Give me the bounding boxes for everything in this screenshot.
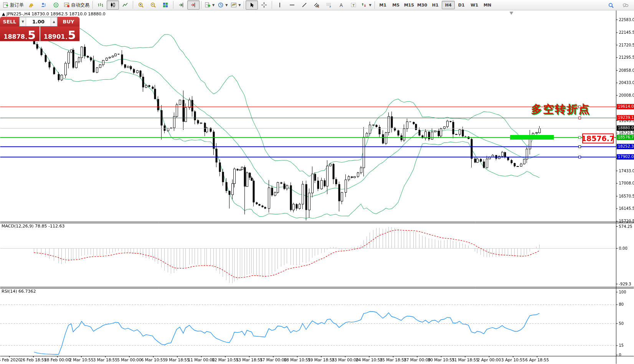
volume-decrease-button[interactable]: ▼ [20, 17, 26, 26]
template-icon [231, 2, 237, 8]
timeframe-m15[interactable]: M15 [403, 1, 416, 9]
candlestick-chart-button[interactable] [107, 0, 119, 10]
symbol-header: ▲ JPN225-,H4 18730.0 18962.5 18710.0 188… [2, 12, 106, 16]
macd-values: 78.85 -112.63 [35, 224, 64, 229]
highlight-rectangle[interactable] [510, 135, 554, 140]
new-order-label: 新订单 [10, 2, 24, 8]
periods-button[interactable]: ▼ [216, 0, 229, 10]
fibonacci-icon: F [326, 2, 332, 8]
dropdown-arrow-icon: ▼ [238, 3, 241, 7]
price-axis-tag: 18252.3 [617, 144, 634, 149]
svg-text:E: E [318, 5, 319, 8]
timeframe-m5[interactable]: M5 [390, 1, 403, 9]
search-icon [608, 2, 614, 8]
autotrade-button[interactable]: 自动交易 [62, 0, 91, 10]
auto-scroll-icon [178, 2, 184, 8]
gold-ingot-icon [28, 2, 35, 8]
label-button[interactable]: T [347, 0, 360, 10]
rsi-pane-label: RSI(14) 66.7362 [2, 289, 36, 294]
signals-button[interactable] [50, 0, 62, 10]
price-axis-tag: 19614.0 [617, 104, 634, 109]
indicators-icon [205, 2, 211, 8]
annotation-text[interactable]: 多空转折点 [531, 102, 591, 117]
buy-button[interactable]: BUY [58, 17, 79, 26]
clock-icon [218, 2, 224, 8]
mt4-chart-window: 新订单 自动交易 ▼ ▼ ▼ E F A T ▼ [0, 0, 634, 364]
tile-windows-icon [162, 2, 168, 8]
new-order-icon [3, 2, 9, 8]
chart-shift-icon [190, 2, 196, 8]
zoom-out-icon [150, 2, 156, 8]
search-button[interactable] [605, 1, 617, 10]
timeframe-h4[interactable]: H4 [442, 1, 455, 9]
macd-pane-label: MACD(12,26,9) 78.85 -112.63 [2, 224, 65, 229]
timeframe-m1[interactable]: M1 [376, 1, 390, 9]
toolbar-separator [92, 1, 93, 9]
bar-chart-icon [97, 2, 104, 8]
toolbar-separator [244, 1, 244, 9]
timeframe-m30[interactable]: M30 [416, 1, 429, 9]
horizontal-line-button[interactable] [286, 0, 298, 10]
gold-button[interactable] [25, 0, 38, 10]
channel-button[interactable]: E [310, 0, 323, 10]
volume-increase-button[interactable]: ▲ [51, 17, 57, 26]
timeframe-mn[interactable]: MN [481, 1, 494, 9]
toolbar-separator [272, 1, 272, 9]
timeframe-d1[interactable]: D1 [455, 1, 468, 9]
person-chart-icon [41, 2, 47, 8]
auto-scroll-button[interactable] [175, 0, 187, 10]
vertical-line-button[interactable] [274, 0, 286, 10]
candlestick-chart-icon [110, 2, 116, 8]
price-callout[interactable]: 18576.7 [582, 133, 614, 143]
indicators-button[interactable]: ▼ [203, 0, 216, 10]
arrows-icon [361, 2, 367, 8]
text-button[interactable]: A [335, 0, 347, 10]
timeframe-h1[interactable]: H1 [429, 1, 442, 9]
line-chart-button[interactable] [119, 0, 131, 10]
one-click-trading-panel: SELL ▼ 1.00 ▲ BUY 18878.5 18901.5 [0, 17, 79, 41]
new-order-button[interactable]: 新订单 [1, 0, 25, 10]
timeframe-group: M1M5M15M30H1H4D1W1MN [376, 1, 494, 9]
buy-price[interactable]: 18901.5 [40, 26, 80, 41]
line-chart-icon [122, 2, 128, 8]
vertical-line-icon [277, 2, 283, 8]
rsi-name: RSI(14) [2, 289, 17, 294]
crosshair-button[interactable] [258, 0, 270, 10]
tile-windows-button[interactable] [159, 0, 172, 10]
dropdown-arrow-icon: ▼ [369, 3, 371, 7]
buy-price-dot: . [65, 35, 67, 40]
chat-icon [622, 2, 629, 8]
fibonacci-button[interactable]: F [323, 0, 335, 10]
zoom-out-button[interactable] [147, 0, 159, 10]
price-axis-tag: 18576.7 [617, 135, 634, 140]
depth-button[interactable] [38, 0, 50, 10]
price-axis-tag: 17902.0 [617, 154, 634, 160]
buy-price-main: 18901 [44, 34, 65, 40]
sell-button[interactable]: SELL [0, 17, 19, 26]
sell-price-big-digit: 5 [28, 31, 36, 40]
svg-text:T: T [353, 3, 355, 7]
chart-shift-button[interactable] [187, 0, 200, 10]
horizontal-line-icon [289, 2, 295, 8]
chart-canvas[interactable] [0, 0, 634, 364]
timeframe-w1[interactable]: W1 [468, 1, 481, 9]
signal-icon [53, 2, 59, 8]
bar-chart-button[interactable] [94, 0, 107, 10]
templates-button[interactable]: ▼ [229, 0, 242, 10]
toolbar-separator [133, 1, 133, 9]
svg-text:A: A [340, 3, 343, 8]
volume-value[interactable]: 1.00 [26, 17, 51, 26]
cursor-button[interactable] [246, 0, 258, 10]
dropdown-arrow-icon: ▼ [212, 3, 215, 7]
dropdown-arrow-icon: ▼ [225, 3, 228, 7]
zoom-in-button[interactable] [135, 0, 147, 10]
toolbar: 新订单 自动交易 ▼ ▼ ▼ E F A T ▼ [0, 0, 634, 10]
sell-price[interactable]: 18878.5 [0, 26, 40, 41]
text-label-icon: T [350, 2, 357, 8]
price-axis-tag: 18880.0 [617, 125, 634, 131]
autotrade-label: 自动交易 [71, 2, 89, 8]
trendline-button[interactable] [298, 0, 310, 10]
zoom-in-icon [138, 2, 144, 8]
chat-button[interactable] [619, 1, 632, 10]
arrows-button[interactable]: ▼ [360, 0, 373, 10]
